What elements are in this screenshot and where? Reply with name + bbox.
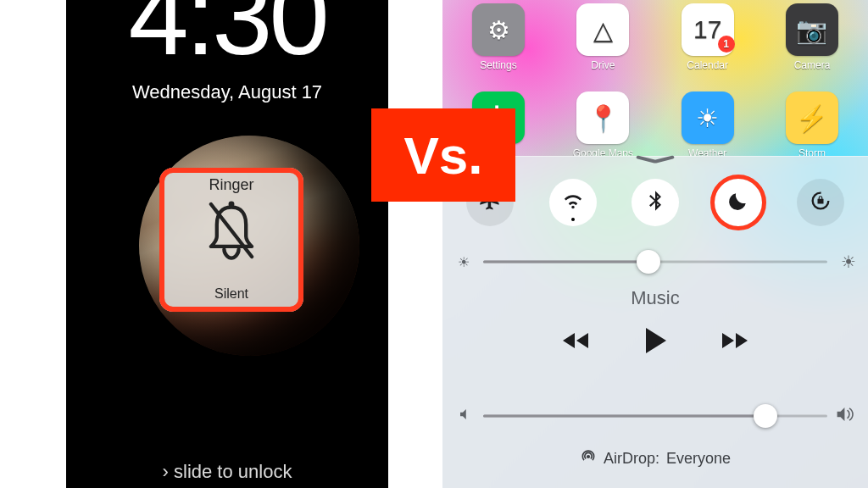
app-tile: 📍 bbox=[576, 92, 629, 144]
lockscreen-time: 4:30 bbox=[66, 0, 388, 79]
airdrop-row[interactable]: AirDrop: Everyone bbox=[442, 448, 868, 469]
app-icon[interactable]: ⚡Storm bbox=[782, 92, 843, 159]
airdrop-icon bbox=[580, 448, 597, 469]
app-row-1: ⚙Settings△Drive17Calendar📷Camera bbox=[468, 3, 843, 71]
lockscreen-date: Wednesday, August 17 bbox=[66, 81, 388, 103]
now-playing-label: Music bbox=[442, 287, 868, 309]
previous-track-button[interactable] bbox=[561, 328, 595, 357]
app-tile: △ bbox=[576, 3, 629, 56]
ringer-hud-title: Ringer bbox=[209, 176, 253, 194]
app-row-2: ⏱7 MWC📍Google Maps☀Weather1⚡Storm bbox=[468, 92, 843, 159]
volume-slider[interactable] bbox=[483, 406, 827, 426]
brightness-low-icon: ☀ bbox=[458, 254, 470, 270]
toggle-row bbox=[466, 179, 844, 226]
bluetooth-toggle[interactable] bbox=[632, 179, 679, 226]
volume-high-icon bbox=[836, 406, 856, 426]
ringer-hud: Ringer Silent bbox=[159, 168, 303, 312]
app-icon[interactable]: 📍Google Maps bbox=[572, 92, 633, 159]
do-not-disturb-toggle[interactable] bbox=[715, 179, 762, 226]
svg-point-3 bbox=[587, 455, 590, 458]
bell-silent-icon bbox=[195, 194, 268, 286]
play-button[interactable] bbox=[643, 326, 668, 358]
app-icon[interactable]: ☀Weather1 bbox=[677, 92, 738, 159]
notification-badge: 1 bbox=[718, 36, 735, 53]
control-center-screen: ⚙Settings△Drive17Calendar📷Camera ⏱7 MWC📍… bbox=[442, 0, 868, 488]
comparison-stage: 4:30 Wednesday, August 17 Ringer Silent … bbox=[0, 0, 868, 488]
grabber-icon[interactable] bbox=[636, 160, 675, 165]
app-icon[interactable]: 📷Camera bbox=[782, 3, 843, 71]
bluetooth-icon bbox=[643, 189, 667, 216]
app-icon[interactable]: △Drive bbox=[572, 3, 633, 71]
app-icon[interactable]: ⚙Settings bbox=[468, 3, 529, 71]
airdrop-value: Everyone bbox=[666, 450, 731, 468]
svg-point-0 bbox=[229, 202, 235, 208]
wifi-icon bbox=[561, 189, 585, 216]
next-track-button[interactable] bbox=[715, 328, 749, 357]
brightness-slider[interactable]: ☀ ☀ bbox=[483, 252, 827, 272]
orientation-lock-toggle[interactable] bbox=[797, 179, 844, 226]
moon-icon bbox=[726, 189, 750, 216]
app-tile: ⚡ bbox=[786, 92, 838, 144]
volume-low-icon bbox=[458, 407, 473, 425]
control-center-panel: ☀ ☀ Music bbox=[442, 156, 868, 488]
versus-badge: Vs. bbox=[371, 108, 515, 202]
brightness-high-icon: ☀ bbox=[841, 252, 856, 272]
slide-to-unlock[interactable]: › slide to unlock bbox=[66, 461, 388, 483]
app-tile: ⚙ bbox=[472, 3, 525, 56]
app-label: Calendar bbox=[687, 59, 728, 71]
slide-to-unlock-label: slide to unlock bbox=[174, 461, 292, 482]
app-tile: 📷 bbox=[786, 3, 838, 56]
app-label: Settings bbox=[480, 59, 516, 71]
lockscreen: 4:30 Wednesday, August 17 Ringer Silent … bbox=[66, 0, 388, 488]
app-label: Drive bbox=[591, 59, 615, 71]
rotation-lock-icon bbox=[809, 189, 832, 216]
app-tile: ☀ bbox=[682, 92, 734, 144]
app-label: Camera bbox=[794, 59, 831, 71]
airdrop-label: AirDrop: bbox=[604, 450, 659, 468]
ringer-hud-state: Silent bbox=[214, 286, 248, 302]
media-transport bbox=[442, 326, 868, 358]
wifi-toggle[interactable] bbox=[549, 179, 597, 226]
